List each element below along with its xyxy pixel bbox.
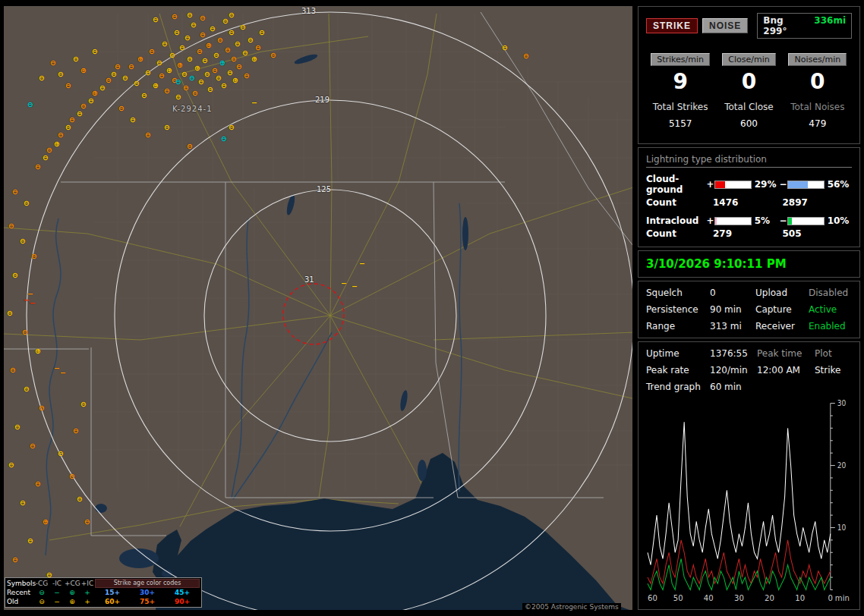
strike-symbol: ⊖	[502, 44, 508, 52]
legend-col-pos-cg: +CG	[65, 580, 80, 587]
strike-symbol: ⊖	[134, 80, 140, 87]
strikes-per-min-value: 9	[646, 69, 714, 94]
strike-symbol: −	[359, 260, 365, 268]
svg-text:0: 0	[828, 592, 833, 602]
strike-symbol: ⊖	[236, 63, 242, 71]
strike-symbol: ⊖	[8, 461, 14, 469]
strike-symbol: ⊖	[31, 253, 37, 260]
ring-label-125: 125	[317, 185, 331, 193]
legend-symbol-icon: +	[80, 598, 95, 605]
total-strikes-label: Total Strikes	[646, 102, 714, 112]
strike-symbol: ⊖	[118, 105, 125, 112]
strike-symbol: ⊖	[175, 78, 181, 86]
copyright-text: ©2005 Astrogenic Systems	[522, 603, 621, 611]
legend-age-code: 90+	[172, 598, 192, 605]
minus-sign: −	[779, 179, 787, 190]
squelch-label: Squelch	[646, 288, 710, 298]
peak-time-label: Peak time	[757, 348, 815, 359]
ring-label-219: 219	[315, 96, 330, 104]
strike-symbol: ⊖	[77, 110, 83, 118]
bearing-readout: Bng 299° 336mi	[757, 13, 852, 39]
svg-text:10: 10	[837, 523, 847, 531]
svg-text:50: 50	[673, 592, 683, 602]
strike-symbol: ⊖	[73, 427, 79, 435]
strike-symbol: ⊖	[12, 272, 18, 279]
noise-mode-button[interactable]: NOISE	[702, 18, 748, 33]
strike-symbol: ⊖	[12, 556, 18, 564]
legend-age-code: 45+	[172, 589, 192, 596]
strike-symbol: ⊖	[88, 97, 94, 105]
stormvue-window: 313 219 125 31 K-2924-1 ⊖⊖⊖⊕⊖⊖⊖⊕⊖⊖⊖⊖⊕⊖⊖⊖…	[0, 0, 864, 616]
strike-symbol: ⊖	[204, 71, 210, 78]
trend-box: Uptime 1376:55 Peak time Plot Peak rate …	[638, 341, 860, 610]
strike-symbol: ⊖	[145, 69, 151, 77]
strike-symbol: ⊖	[184, 34, 191, 42]
bearing-distance: 336mi	[814, 15, 846, 36]
peak-time-value: 12:00 AM	[757, 365, 815, 376]
strike-symbol: ⊖	[69, 116, 75, 124]
total-close-value: 600	[714, 118, 783, 129]
strike-symbol: ⊖	[200, 14, 206, 22]
legend-age-code: 15+	[102, 589, 122, 596]
legend-age-code: 75+	[137, 598, 157, 605]
noises-per-min-button[interactable]: Noises/min	[788, 53, 847, 66]
strike-symbol: ⊕	[219, 59, 225, 67]
strike-symbol: ⊖	[12, 188, 18, 196]
distribution-title: Lightning type distribution	[646, 154, 852, 168]
ic-negative-bar	[787, 217, 825, 225]
strike-symbol: ⊖	[172, 13, 178, 20]
strike-symbol: ⊖	[225, 46, 231, 54]
cg-negative-count: 2897	[782, 197, 852, 208]
legend-col-pos-ic: +IC	[80, 580, 95, 587]
strike-symbol: ⊕	[177, 61, 183, 69]
strike-symbol: ⊖	[221, 135, 227, 143]
strike-symbol: ⊖	[35, 480, 41, 488]
trend-chart-svg: 1020306050403020100min	[646, 398, 852, 603]
strike-symbol: ⊖	[24, 200, 30, 207]
strike-symbol: ⊕	[206, 42, 212, 49]
plot-label: Plot	[815, 348, 852, 359]
strike-symbol: ⊖	[229, 124, 235, 131]
strike-symbol: ⊖	[111, 71, 117, 78]
strike-symbol: ⊖	[145, 131, 151, 139]
strike-symbol: ⊖	[156, 59, 162, 67]
strike-symbol: ⊖	[27, 101, 33, 108]
strike-symbol: ⊖	[43, 154, 49, 162]
strike-symbol: ⊕	[251, 55, 257, 63]
strike-symbol: −	[30, 300, 36, 307]
svg-text:min: min	[835, 592, 850, 602]
total-close-label: Total Close	[714, 102, 783, 112]
legend-col-neg-cg: -CG	[34, 580, 49, 587]
capture-status: Active	[809, 304, 852, 315]
ic-negative-count: 505	[782, 228, 852, 239]
legend-symbols-header: Symbols	[7, 580, 34, 587]
strike-symbol: ⊖	[80, 401, 87, 408]
strike-symbol: ⊖	[122, 74, 128, 82]
strikes-per-min-button[interactable]: Strikes/min	[651, 53, 710, 66]
strike-mode-button[interactable]: STRIKE	[646, 18, 698, 33]
intracloud-row: Intracloud + 5% − 10%	[646, 215, 852, 226]
strike-symbol: ⊖	[35, 163, 41, 171]
squelch-value: 0	[710, 288, 755, 298]
close-per-min-button[interactable]: Close/min	[722, 53, 775, 66]
svg-text:10: 10	[795, 592, 805, 602]
strike-symbol: ⊖	[65, 82, 71, 90]
strike-symbol: ⊖	[30, 442, 36, 450]
strike-symbol: ⊕	[194, 64, 200, 72]
strike-symbol: ⊖	[187, 55, 193, 63]
strike-symbol: −	[60, 369, 66, 377]
receiver-status: Enabled	[809, 321, 852, 332]
legend-symbol-icon: ⊖	[34, 589, 49, 596]
map-canvas[interactable]: 313 219 125 31 K-2924-1 ⊖⊖⊖⊕⊖⊖⊖⊕⊖⊖⊖⊖⊕⊖⊖⊖…	[4, 6, 632, 610]
strike-symbol: ⊖	[14, 423, 20, 431]
strike-symbol: ⊖	[69, 473, 75, 480]
total-noises-label: Total Noises	[784, 102, 852, 112]
cg-positive-count: 1476	[713, 197, 783, 208]
strike-symbol: ⊖	[58, 71, 64, 78]
legend-symbol-icon: ⊖	[34, 598, 49, 605]
strike-symbol: ⊕	[35, 347, 41, 355]
strike-symbol: ⊕	[153, 82, 159, 90]
ic-positive-count: 279	[713, 228, 783, 239]
svg-text:30: 30	[734, 592, 744, 602]
strike-symbol: ⊖	[200, 31, 206, 39]
